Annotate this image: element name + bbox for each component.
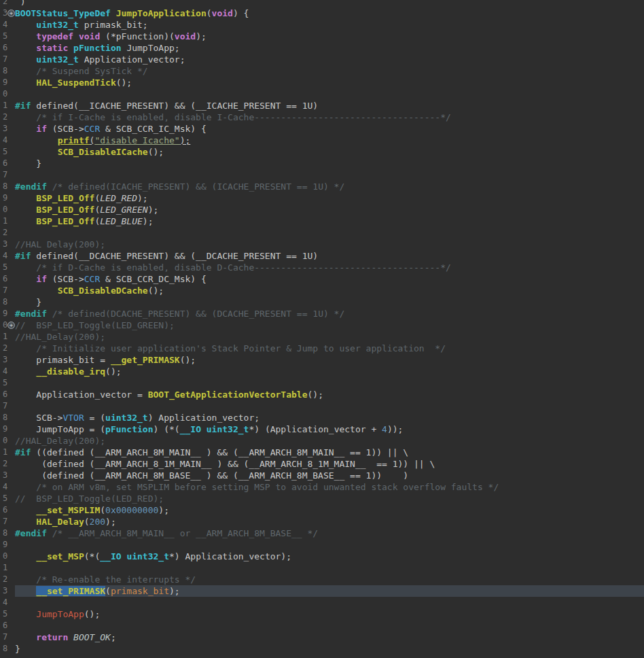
line-number[interactable]: 0 <box>0 435 8 447</box>
line-number[interactable]: 3 <box>0 239 8 250</box>
code-line[interactable]: 7 uint32_t Application_vector; <box>0 54 644 65</box>
code-line[interactable]: 1 <box>0 562 644 574</box>
line-number[interactable]: 1 <box>0 562 8 574</box>
code-line-current[interactable]: 3 __set_PRIMASK(primask_bit); <box>0 585 644 597</box>
code-line[interactable]: 5 <box>0 377 644 389</box>
line-number[interactable]: 8 <box>0 412 8 423</box>
code-line[interactable]: 5// BSP_LED_Toggle(LED_RED); <box>0 493 644 504</box>
code-line[interactable]: 7 <box>0 400 644 412</box>
line-number[interactable]: 3 <box>0 354 8 366</box>
code-line[interactable]: 8#endif /* defined(ICACHE_PRESENT) && (I… <box>0 181 644 192</box>
line-number[interactable]: 4 <box>0 597 8 608</box>
code-line[interactable]: 7 <box>0 169 644 181</box>
line-number[interactable]: 1 <box>0 100 8 111</box>
code-line[interactable]: 2 ) <box>0 0 644 7</box>
code-line[interactable]: 9#endif /* defined(DCACHE_PRESENT) && (D… <box>0 308 644 319</box>
code-line[interactable]: 7 HAL_Delay(200); <box>0 516 644 527</box>
line-number[interactable]: 2 <box>0 227 8 239</box>
line-number[interactable]: 4 <box>0 135 8 146</box>
line-number[interactable]: 9 <box>0 539 8 551</box>
code-line[interactable]: 2 /* Initialize user application's Stack… <box>0 343 644 354</box>
code-line[interactable]: 3 if (SCB->CCR & SCB_CCR_IC_Msk) { <box>0 123 644 135</box>
code-line[interactable]: 9 HAL_SuspendTick(); <box>0 77 644 88</box>
line-number[interactable]: 7 <box>0 400 8 412</box>
line-number[interactable]: 1 <box>0 331 8 343</box>
line-number[interactable]: 5 <box>0 31 8 42</box>
line-number[interactable]: 1 <box>0 215 8 227</box>
line-number[interactable]: 6 <box>0 273 8 285</box>
code-line[interactable]: 8 /* Suspend SysTick */ <box>0 65 644 77</box>
line-number[interactable]: 2 <box>0 458 8 470</box>
line-number[interactable]: 7 <box>0 54 8 65</box>
code-line[interactable]: 4 <box>0 597 644 608</box>
code-line[interactable]: 8#endif /* __ARM_ARCH_8M_MAIN__ or __ARM… <box>0 527 644 539</box>
line-number[interactable]: 6 <box>0 620 8 631</box>
line-number[interactable]: 4 <box>0 250 8 262</box>
code-line[interactable]: 1//HAL_Delay(200); <box>0 331 644 343</box>
code-editor[interactable]: 2 )3+BOOTStatus_TypeDef JumpToApplicatio… <box>0 0 644 658</box>
code-line[interactable]: 0+// BSP_LED_Toggle(LED_GREEN); <box>0 319 644 331</box>
line-number[interactable]: 9 <box>0 308 8 319</box>
line-number[interactable]: 5 <box>0 146 8 158</box>
code-line[interactable]: 7 return BOOT_OK; <box>0 631 644 643</box>
code-line[interactable]: 9 <box>0 539 644 551</box>
code-line[interactable]: 1#if ((defined (__ARM_ARCH_8M_MAIN__ ) &… <box>0 447 644 458</box>
line-number[interactable]: 5 <box>0 493 8 504</box>
line-number[interactable]: 4 <box>0 19 8 31</box>
code-line[interactable]: 9 BSP_LED_Off(LED_RED); <box>0 192 644 204</box>
line-number[interactable]: 2 <box>0 0 8 7</box>
code-line[interactable]: 2 (defined (__ARM_ARCH_8_1M_MAIN__ ) && … <box>0 458 644 470</box>
code-line[interactable]: 9 JumpToApp = (pFunction) (*(__IO uint32… <box>0 423 644 435</box>
line-number[interactable]: 5 <box>0 608 8 620</box>
line-number[interactable]: 9 <box>0 423 8 435</box>
line-number[interactable]: 9 <box>0 77 8 88</box>
code-line[interactable]: 3 (defined (__ARM_ARCH_8M_BASE__ ) && (_… <box>0 470 644 481</box>
line-number[interactable]: 8 <box>0 181 8 192</box>
line-number[interactable]: 4 <box>0 481 8 493</box>
line-number[interactable]: 2 <box>0 111 8 123</box>
line-number[interactable]: 8 <box>0 65 8 77</box>
code-line[interactable]: 8} <box>0 643 644 655</box>
code-line[interactable]: 6 <box>0 620 644 631</box>
line-number[interactable]: 4 <box>0 366 8 377</box>
line-number[interactable]: 6 <box>0 158 8 169</box>
code-line[interactable]: 2 /* Re-enable the interrupts */ <box>0 574 644 585</box>
code-line[interactable]: 6 __set_MSPLIM(0x00000000); <box>0 504 644 516</box>
code-line[interactable]: 0 <box>0 88 644 100</box>
line-number[interactable]: 0 <box>0 204 8 215</box>
bookmark-icon[interactable]: + <box>8 319 15 331</box>
line-number[interactable]: 2 <box>0 574 8 585</box>
line-number[interactable]: 2 <box>0 343 8 354</box>
line-number[interactable]: 7 <box>0 631 8 643</box>
code-line[interactable]: 6 static pFunction JumpToApp; <box>0 42 644 54</box>
line-number[interactable]: 9 <box>0 192 8 204</box>
code-line[interactable]: 0//HAL_Delay(200); <box>0 435 644 447</box>
line-number[interactable]: 7 <box>0 169 8 181</box>
line-number[interactable]: 0 <box>0 88 8 100</box>
line-number[interactable]: 3 <box>0 123 8 135</box>
code-line[interactable]: 4 /* on ARM v8m, set MSPLIM before setti… <box>0 481 644 493</box>
code-line[interactable]: 3//HAL Delay(200); <box>0 239 644 250</box>
code-line[interactable]: 2 /* if I-Cache is enabled, disable I-Ca… <box>0 111 644 123</box>
code-line[interactable]: 6 } <box>0 158 644 169</box>
code-line[interactable]: 4 uint32_t primask_bit; <box>0 19 644 31</box>
line-number[interactable]: 8 <box>0 643 8 655</box>
line-number[interactable]: 5 <box>0 377 8 389</box>
code-line[interactable]: 5 JumpToApp(); <box>0 608 644 620</box>
code-line[interactable]: 8 } <box>0 296 644 308</box>
code-line[interactable]: 1#if defined(__ICACHE_PRESENT) && (__ICA… <box>0 100 644 111</box>
code-line[interactable]: 3+BOOTStatus_TypeDef JumpToApplication(v… <box>0 7 644 19</box>
line-number[interactable]: 8 <box>0 296 8 308</box>
code-line[interactable]: 4 printf("disable Icache"); <box>0 135 644 146</box>
code-line[interactable]: 0 __set_MSP(*(__IO uint32_t*) Applicatio… <box>0 551 644 562</box>
line-number[interactable]: 0 <box>0 551 8 562</box>
code-line[interactable]: 5 typedef void (*pFunction)(void); <box>0 31 644 42</box>
line-number[interactable]: 6 <box>0 42 8 54</box>
code-line[interactable]: 7 SCB_DisableDCache(); <box>0 285 644 296</box>
line-number[interactable]: 7 <box>0 516 8 527</box>
code-line[interactable]: 0 BSP_LED_Off(LED_GREEN); <box>0 204 644 215</box>
line-number[interactable]: 6 <box>0 389 8 400</box>
line-number[interactable]: 7 <box>0 285 8 296</box>
line-number[interactable]: 3 <box>0 585 8 597</box>
line-number[interactable]: 1 <box>0 447 8 458</box>
